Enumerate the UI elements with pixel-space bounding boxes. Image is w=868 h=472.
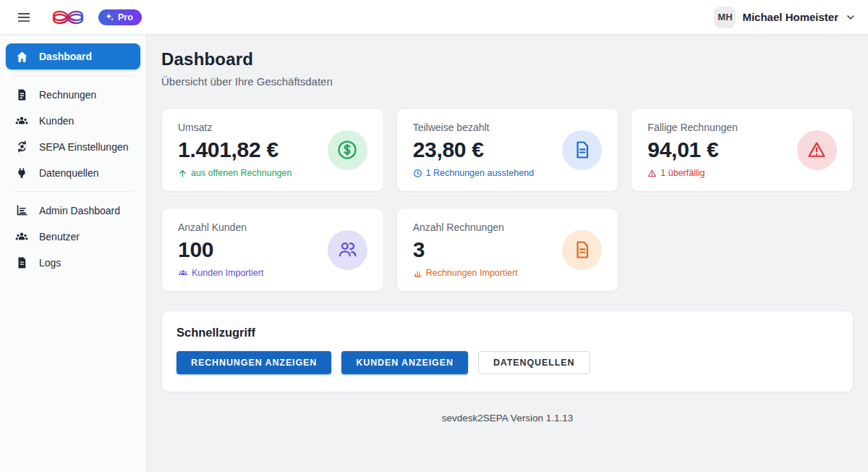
hamburger-icon	[16, 9, 32, 25]
sidebar-divider	[12, 191, 135, 192]
stat-card-note: Rechnungen Importiert	[413, 268, 518, 278]
sidebar-item-label: Kunden	[39, 115, 74, 127]
stat-card-label: Teilweise bezahlt	[413, 122, 534, 133]
stat-card-info: Umsatz 1.401,82 € aus offenen Rechnungen	[178, 122, 292, 178]
dollar-circle-icon	[328, 130, 367, 170]
sidebar: Dashboard Rechnungen Kunden SEPA Ein	[0, 35, 147, 472]
document-icon	[562, 230, 602, 270]
sidebar-item-sepa-einstellungen[interactable]: SEPA Einstellungen	[6, 134, 140, 159]
sidebar-item-label: Benutzer	[39, 231, 80, 243]
group-icon	[178, 268, 188, 278]
stat-card-note: Kunden Importiert	[178, 268, 263, 278]
stat-card-info: Teilweise bezahlt 23,80 € 1 Rechnungen a…	[413, 122, 534, 178]
chevron-down-icon	[845, 12, 856, 23]
sidebar-item-dashboard[interactable]: Dashboard	[6, 43, 140, 69]
stat-card-anzahl-kunden: Anzahl Kunden 100 Kunden Importiert	[161, 208, 384, 292]
sidebar-item-label: Logs	[39, 257, 61, 269]
people-icon	[14, 114, 29, 128]
stat-card-value: 100	[178, 237, 263, 262]
top-bar: Pro MH Michael Homeister	[0, 0, 868, 35]
stat-card-value: 1.401,82 €	[178, 138, 292, 162]
two-people-icon	[328, 230, 367, 270]
sidebar-item-label: Rechnungen	[39, 89, 96, 101]
user-menu[interactable]: MH Michael Homeister	[714, 7, 856, 28]
sidebar-item-label: Admin Dashboard	[39, 205, 120, 216]
kunden-anzeigen-button[interactable]: Kunden anzeigen	[341, 351, 468, 374]
invoice-icon	[14, 88, 29, 101]
grid-empty-cell	[631, 208, 854, 292]
sidebar-item-label: Dashboard	[39, 51, 92, 62]
stat-card-label: Anzahl Kunden	[178, 222, 263, 233]
pro-badge-label: Pro	[118, 12, 133, 22]
admin-chart-icon	[14, 203, 29, 217]
stat-card-info: Fällige Rechnungen 94,01 € 1 überfällig	[647, 122, 738, 178]
stat-card-info: Anzahl Kunden 100 Kunden Importiert	[178, 222, 263, 278]
stat-cards-grid: Umsatz 1.401,82 € aus offenen Rechnungen	[161, 108, 854, 292]
plug-icon	[14, 167, 29, 180]
page-subtitle: Übersicht über Ihre Geschäftsdaten	[161, 75, 854, 88]
sidebar-item-benutzer[interactable]: Benutzer	[6, 224, 140, 249]
pro-plan-badge[interactable]: Pro	[98, 9, 142, 25]
sidebar-divider	[12, 75, 135, 76]
quick-access-buttons: Rechnungen anzeigen Kunden anzeigen Date…	[176, 351, 838, 374]
sidebar-item-label: SEPA Einstellungen	[39, 141, 129, 153]
warning-icon	[647, 169, 657, 178]
app-logo	[49, 4, 87, 31]
stat-card-note: aus offenen Rechnungen	[178, 168, 292, 178]
app-version-text: sevdesk2SEPA Version 1.1.13	[161, 413, 854, 423]
rechnungen-anzeigen-button[interactable]: Rechnungen anzeigen	[176, 351, 331, 374]
people-icon	[14, 229, 29, 244]
stat-card-info: Anzahl Rechnungen 3 Rechnungen Importier…	[413, 222, 518, 278]
quick-access-card: Schnellzugriff Rechnungen anzeigen Kunde…	[161, 311, 854, 392]
app-root: Pro MH Michael Homeister Dashboard	[0, 0, 868, 472]
transfer-icon	[14, 140, 29, 153]
stat-card-note: 1 überfällig	[647, 168, 738, 178]
bar-chart-icon	[413, 269, 422, 278]
stat-card-faellige-rechnungen: Fällige Rechnungen 94,01 € 1 überfällig	[631, 108, 854, 192]
page-title: Dashboard	[161, 49, 854, 69]
main-content: Dashboard Übersicht über Ihre Geschäftsd…	[147, 35, 868, 472]
stat-card-label: Anzahl Rechnungen	[413, 222, 518, 233]
datenquellen-button[interactable]: Datenquellen	[478, 351, 590, 374]
stat-card-anzahl-rechnungen: Anzahl Rechnungen 3 Rechnungen Importier…	[396, 208, 619, 292]
sidebar-item-logs[interactable]: Logs	[6, 250, 140, 275]
document-icon	[14, 256, 29, 269]
home-icon	[14, 50, 29, 64]
sidebar-item-label: Datenquellen	[39, 167, 99, 179]
sparkle-icon	[105, 12, 114, 22]
document-icon	[562, 130, 602, 170]
clock-icon	[413, 169, 422, 178]
stat-card-value: 94,01 €	[647, 138, 738, 162]
stat-card-umsatz: Umsatz 1.401,82 € aus offenen Rechnungen	[161, 108, 384, 192]
sidebar-item-admin-dashboard[interactable]: Admin Dashboard	[6, 198, 140, 223]
menu-toggle-button[interactable]	[12, 5, 36, 30]
stat-card-note: 1 Rechnungen ausstehend	[413, 168, 534, 178]
stat-card-label: Fällige Rechnungen	[647, 122, 738, 133]
quick-access-title: Schnellzugriff	[176, 326, 838, 340]
sidebar-item-kunden[interactable]: Kunden	[6, 108, 140, 133]
user-avatar: MH	[714, 7, 736, 28]
sidebar-item-rechnungen[interactable]: Rechnungen	[6, 82, 140, 107]
stat-card-value: 23,80 €	[413, 138, 534, 162]
stat-card-value: 3	[413, 237, 518, 262]
arrow-up-icon	[178, 169, 187, 178]
sidebar-item-datenquellen[interactable]: Datenquellen	[6, 160, 140, 185]
warning-triangle-icon	[797, 130, 837, 170]
stat-card-teilweise-bezahlt: Teilweise bezahlt 23,80 € 1 Rechnungen a…	[396, 108, 619, 192]
infinity-logo-icon	[49, 4, 87, 31]
stat-card-label: Umsatz	[178, 122, 292, 133]
user-name: Michael Homeister	[742, 11, 838, 23]
